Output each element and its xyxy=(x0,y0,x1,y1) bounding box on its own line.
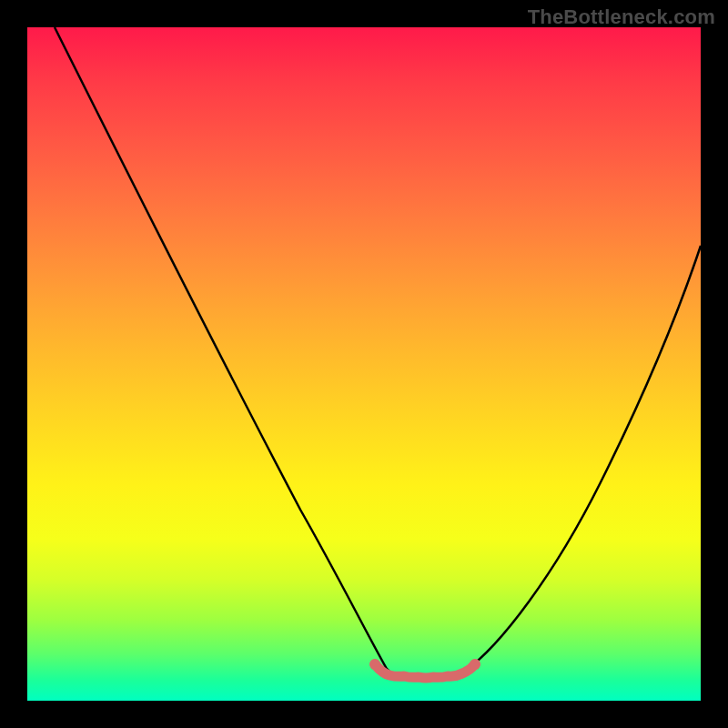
plot-area xyxy=(27,27,701,701)
highlight-end-right xyxy=(470,659,480,670)
left-branch-line xyxy=(55,27,391,673)
watermark-text: TheBottleneck.com xyxy=(528,5,715,29)
right-branch-line xyxy=(464,246,701,672)
optimal-zone-highlight xyxy=(375,664,475,678)
curve-layer xyxy=(27,27,701,701)
highlight-end-left xyxy=(369,659,380,670)
chart-frame: TheBottleneck.com xyxy=(0,0,728,728)
